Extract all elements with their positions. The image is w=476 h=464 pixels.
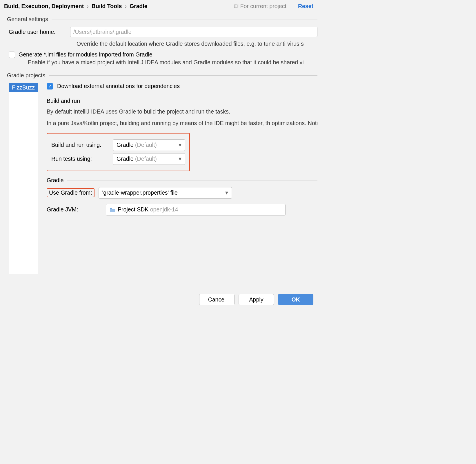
gradle-jvm-label: Gradle JVM: [47,206,100,213]
context-scope: For current project [233,3,286,10]
build-run-desc1: By default IntelliJ IDEA uses Gradle to … [47,108,317,115]
use-gradle-from-highlight: Use Gradle from: [47,188,94,197]
cancel-button[interactable]: Cancel [199,294,235,305]
use-gradle-from-select[interactable]: 'gradle-wrapper.properties' file ▾ [99,187,232,199]
tests-using-value: Gradle [117,156,135,162]
chevron-down-icon: ▾ [225,189,228,196]
build-run-highlight: Build and run using: Gradle (Default) ▾ … [47,133,190,171]
gradle-home-hint: Override the default location where Grad… [77,39,317,47]
svg-rect-2 [110,209,115,212]
folder-icon [110,207,115,212]
build-run-desc2: In a pure Java/Kotlin project, building … [47,119,317,127]
gradle-home-input[interactable] [70,27,317,37]
gradle-home-label: Gradle user home: [9,29,64,35]
generate-iml-label: Generate *.iml files for modules importe… [19,51,152,58]
gradle-jvm-sdk: openjdk-14 [150,206,178,213]
rule [49,75,317,76]
gradle-jvm-select[interactable]: Project SDK openjdk-14 [106,204,286,215]
use-gradle-from-value: 'gradle-wrapper.properties' file [102,189,178,196]
crumb-root[interactable]: Build, Execution, Deployment [4,3,84,10]
breadcrumb: Build, Execution, Deployment › Build Too… [4,3,148,10]
build-using-label: Build and run using: [51,142,109,148]
crumb-sep: › [87,3,89,10]
reset-link[interactable]: Reset [298,3,313,10]
chevron-down-icon: ▾ [179,142,181,148]
generate-iml-hint: Enable if you have a mixed project with … [28,59,317,66]
context-scope-label: For current project [240,3,286,10]
section-projects: Gradle projects [7,72,317,79]
subhead-gradle: Gradle [47,177,317,184]
build-using-select[interactable]: Gradle (Default) ▾ [113,139,185,151]
subhead-build-run-label: Build and run [47,98,80,104]
rule [52,19,317,19]
section-general: General settings [7,16,317,23]
section-general-label: General settings [7,16,48,23]
chevron-down-icon: ▾ [179,156,181,162]
subhead-build-run: Build and run [47,98,317,104]
download-annotations-label: Download external annotations for depend… [57,83,180,89]
project-list-item[interactable]: FizzBuzz [9,83,38,92]
rule [83,101,317,101]
section-projects-label: Gradle projects [7,72,45,79]
apply-button[interactable]: Apply [239,294,274,305]
crumb-sep: › [125,3,127,10]
copy-icon [233,4,239,9]
svg-rect-0 [234,5,237,8]
tests-using-default: (Default) [135,156,157,162]
tests-using-label: Run tests using: [51,156,109,162]
ok-button[interactable]: OK [278,294,313,305]
crumb-gradle: Gradle [130,3,148,10]
subhead-gradle-label: Gradle [47,177,64,184]
rule [67,180,317,180]
gradle-jvm-value: Project SDK [118,206,150,213]
use-gradle-from-label: Use Gradle from: [49,189,92,196]
build-using-value: Gradle [117,142,135,148]
tests-using-select[interactable]: Gradle (Default) ▾ [113,153,185,165]
generate-iml-checkbox[interactable] [9,52,15,58]
build-using-default: (Default) [135,142,157,148]
button-bar: Cancel Apply OK [0,290,317,309]
download-annotations-checkbox[interactable] [47,83,53,89]
crumb-tools[interactable]: Build Tools [92,3,122,10]
project-list[interactable]: FizzBuzz [9,83,38,274]
